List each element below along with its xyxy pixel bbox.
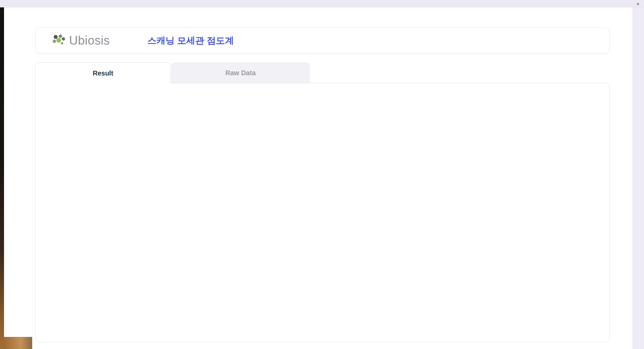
window-title-bar <box>0 0 644 7</box>
ubiosis-logo: Ubiosis <box>52 34 110 48</box>
desktop-background-edge <box>0 0 4 349</box>
tab-raw-data[interactable]: Raw Data <box>171 63 310 83</box>
close-icon[interactable]: × <box>635 1 641 7</box>
app-header: Ubiosis 스캐닝 모세관 점도계 <box>35 28 609 53</box>
page-title: 스캐닝 모세관 점도계 <box>148 35 234 47</box>
ubiosis-logo-icon <box>52 34 67 47</box>
logo-text: Ubiosis <box>69 34 110 48</box>
tab-result[interactable]: Result <box>35 62 171 84</box>
result-panel <box>35 83 609 342</box>
window-right-edge <box>633 0 644 349</box>
desktop-background-corner <box>4 337 32 349</box>
